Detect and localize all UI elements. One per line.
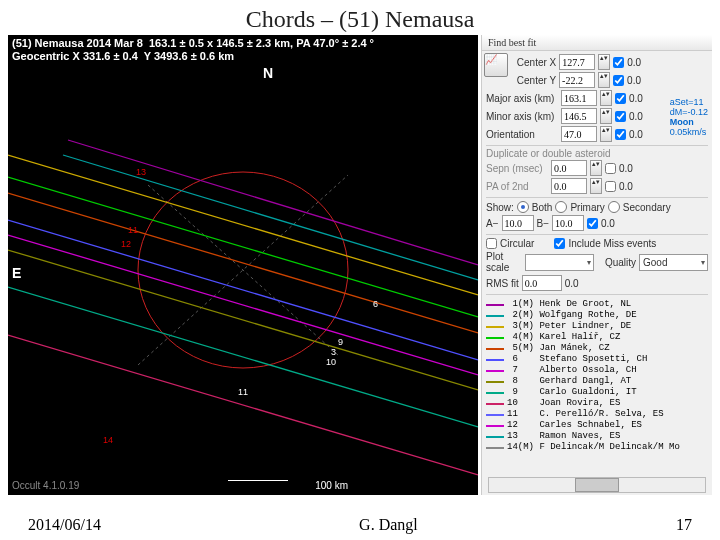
observer-row: 9 Carlo Gualdoni, IT bbox=[486, 387, 708, 398]
minor-err: 0.0 bbox=[629, 111, 643, 122]
includemiss-label: Include Miss events bbox=[568, 238, 656, 249]
observer-text: 10 Joan Rovira, ES bbox=[507, 398, 620, 409]
footer-author: G. Dangl bbox=[359, 516, 418, 534]
pa2-spinner[interactable]: ▴▾ bbox=[590, 178, 602, 194]
observer-color-swatch bbox=[486, 370, 504, 372]
svg-line-9 bbox=[8, 235, 478, 375]
observer-row: 8 Gerhard Dangl, AT bbox=[486, 376, 708, 387]
includemiss-check[interactable] bbox=[554, 238, 565, 249]
sepn-label: Sepn (msec) bbox=[486, 163, 548, 174]
observer-color-swatch bbox=[486, 392, 504, 394]
svg-text:12: 12 bbox=[121, 239, 131, 249]
pa2-input[interactable] bbox=[551, 178, 587, 194]
svg-text:10: 10 bbox=[326, 357, 336, 367]
major-err: 0.0 bbox=[629, 93, 643, 104]
svg-text:6: 6 bbox=[373, 299, 378, 309]
observer-text: 9 Carlo Gualdoni, IT bbox=[507, 387, 637, 398]
rms-label: RMS fit bbox=[486, 278, 519, 289]
observer-row: 11 C. Perelló/R. Selva, ES bbox=[486, 409, 708, 420]
orient-err: 0.0 bbox=[629, 129, 643, 140]
show-primary-radio[interactable] bbox=[555, 201, 567, 213]
major-spinner[interactable]: ▴▾ bbox=[600, 90, 612, 106]
observer-text: 1(M) Henk De Groot, NL bbox=[507, 299, 631, 310]
observer-text: 5(M) Jan Mánek, CZ bbox=[507, 343, 610, 354]
major-lock[interactable] bbox=[615, 93, 626, 104]
Bminus-input[interactable] bbox=[552, 215, 584, 231]
minor-lock[interactable] bbox=[615, 111, 626, 122]
orient-lock[interactable] bbox=[615, 129, 626, 140]
centerx-lock[interactable] bbox=[613, 57, 624, 68]
Aminus-label: A− bbox=[486, 218, 499, 229]
show-both-radio[interactable] bbox=[517, 201, 529, 213]
orient-spinner[interactable]: ▴▾ bbox=[600, 126, 612, 142]
footer-page: 17 bbox=[676, 516, 692, 534]
observer-row: 4(M) Karel Halíř, CZ bbox=[486, 332, 708, 343]
observer-color-swatch bbox=[486, 337, 504, 339]
observer-color-swatch bbox=[486, 403, 504, 405]
centerx-input[interactable] bbox=[559, 54, 595, 70]
fit-run-button[interactable]: 📈 bbox=[484, 53, 508, 77]
scale-label: 100 km bbox=[315, 480, 348, 491]
double-header: Duplicate or double asteroid bbox=[482, 148, 712, 159]
rms-err: 0.0 bbox=[565, 278, 579, 289]
observer-row: 12 Carles Schnabel, ES bbox=[486, 420, 708, 431]
centerx-err: 0.0 bbox=[627, 57, 641, 68]
rms-input[interactable] bbox=[522, 275, 562, 291]
Bminus-label: B− bbox=[537, 218, 550, 229]
orient-input[interactable] bbox=[561, 126, 597, 142]
circular-check[interactable] bbox=[486, 238, 497, 249]
major-label: Major axis (km) bbox=[486, 93, 558, 104]
sepn-err: 0.0 bbox=[619, 163, 633, 174]
sepn-input[interactable] bbox=[551, 160, 587, 176]
show-secondary-label: Secondary bbox=[623, 202, 671, 213]
fit-panel: Find best fit 📈 Center X ▴▾ 0.0 Center Y… bbox=[481, 35, 712, 495]
footer-date: 2014/06/14 bbox=[28, 516, 101, 534]
AB-lock[interactable] bbox=[587, 218, 598, 229]
panel-tab[interactable]: Find best fit bbox=[482, 35, 712, 51]
observer-color-swatch bbox=[486, 425, 504, 427]
observer-color-swatch bbox=[486, 304, 504, 306]
observer-text: 4(M) Karel Halíř, CZ bbox=[507, 332, 620, 343]
centery-input[interactable] bbox=[559, 72, 595, 88]
minor-input[interactable] bbox=[561, 108, 597, 124]
svg-line-5 bbox=[8, 155, 478, 295]
pa2-label: PA of 2nd bbox=[486, 181, 548, 192]
observer-color-swatch bbox=[486, 326, 504, 328]
observer-text: 8 Gerhard Dangl, AT bbox=[507, 376, 631, 387]
observer-row: 5(M) Jan Mánek, CZ bbox=[486, 343, 708, 354]
svg-text:13: 13 bbox=[136, 167, 146, 177]
show-primary-label: Primary bbox=[570, 202, 604, 213]
centery-lock[interactable] bbox=[613, 75, 624, 86]
svg-text:11: 11 bbox=[238, 387, 248, 397]
show-label: Show: bbox=[486, 202, 514, 213]
observer-text: 14(M) F Delincak/M Delincak/M Mo bbox=[507, 442, 680, 453]
AB-err: 0.0 bbox=[601, 218, 615, 229]
plot-software-label: Occult 4.1.0.19 bbox=[12, 480, 79, 491]
Aminus-input[interactable] bbox=[502, 215, 534, 231]
scale-bar bbox=[228, 480, 288, 481]
sepn-spinner[interactable]: ▴▾ bbox=[590, 160, 602, 176]
svg-line-8 bbox=[8, 220, 478, 360]
quality-dropdown[interactable]: Good bbox=[639, 254, 708, 271]
pa2-lock[interactable] bbox=[605, 181, 616, 192]
centerx-spinner[interactable]: ▴▾ bbox=[598, 54, 610, 70]
slide-title: Chords – (51) Nemausa bbox=[0, 0, 720, 35]
major-input[interactable] bbox=[561, 90, 597, 106]
svg-line-7 bbox=[8, 193, 478, 333]
svg-line-10 bbox=[8, 250, 478, 390]
show-both-label: Both bbox=[532, 202, 553, 213]
plotscale-dropdown[interactable] bbox=[525, 254, 594, 271]
observer-text: 13 Ramon Naves, ES bbox=[507, 431, 620, 442]
minor-spinner[interactable]: ▴▾ bbox=[600, 108, 612, 124]
sepn-lock[interactable] bbox=[605, 163, 616, 174]
svg-line-11 bbox=[8, 287, 478, 427]
minor-label: Minor axis (km) bbox=[486, 111, 558, 122]
show-secondary-radio[interactable] bbox=[608, 201, 620, 213]
panel-scrollbar[interactable] bbox=[488, 477, 706, 493]
observer-text: 6 Stefano Sposetti, CH bbox=[507, 354, 647, 365]
centery-spinner[interactable]: ▴▾ bbox=[598, 72, 610, 88]
side-note: aSet=11dM=-0.12Moon0.05km/s bbox=[670, 97, 708, 137]
observer-row: 6 Stefano Sposetti, CH bbox=[486, 354, 708, 365]
observer-row: 7 Alberto Ossola, CH bbox=[486, 365, 708, 376]
svg-line-6 bbox=[8, 177, 478, 317]
